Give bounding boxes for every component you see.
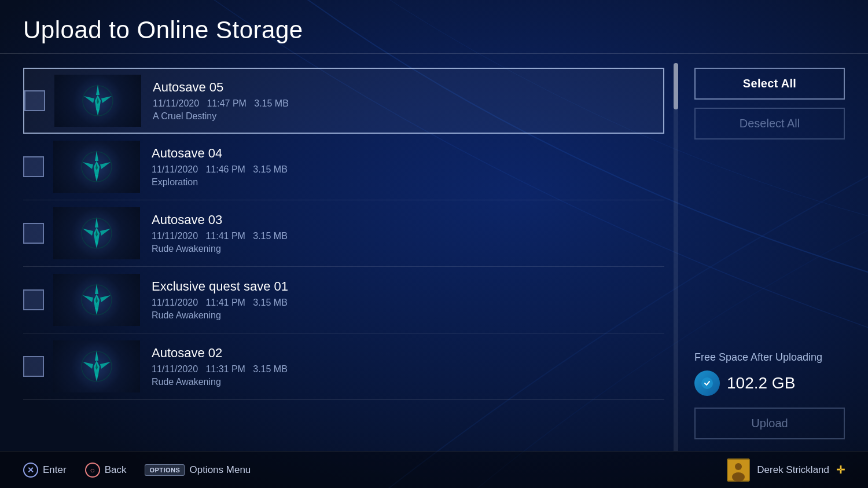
select-all-button[interactable]: Select All	[694, 68, 845, 100]
right-sidebar: Select All Deselect All Free Space After…	[683, 63, 868, 451]
user-section: Derek Strickland ✛	[727, 458, 845, 482]
svg-marker-9	[83, 162, 93, 169]
free-space-value-row: 102.2 GB	[694, 370, 845, 396]
save-list-item[interactable]: Autosave 03 11/11/2020 11:41 PM 3.15 MB …	[23, 200, 664, 267]
svg-marker-19	[95, 241, 98, 248]
options-control: OPTIONS Options Menu	[145, 464, 251, 476]
svg-point-36	[701, 377, 713, 389]
ps-plus-icon: ✛	[836, 464, 845, 476]
save-name: Autosave 02	[152, 346, 655, 361]
save-subtitle: A Cruel Destiny	[153, 111, 655, 122]
bottom-bar: ✕ Enter ○ Back OPTIONS Options Menu	[0, 451, 868, 488]
svg-marker-3	[101, 96, 112, 103]
save-checkbox[interactable]	[23, 156, 44, 177]
save-subtitle: Exploration	[152, 177, 655, 188]
svg-marker-5	[96, 109, 100, 116]
scroll-track[interactable]	[674, 63, 678, 451]
save-name: Exclusive quest save 01	[152, 279, 655, 294]
page-header: Upload to Online Storage	[0, 0, 868, 54]
enter-control: ✕ Enter	[23, 463, 67, 478]
svg-point-39	[735, 463, 742, 470]
svg-marker-12	[95, 175, 98, 182]
svg-marker-17	[100, 229, 111, 236]
svg-marker-30	[83, 362, 93, 369]
save-list-item[interactable]: Autosave 02 11/11/2020 11:31 PM 3.15 MB …	[23, 333, 664, 400]
save-info: Autosave 03 11/11/2020 11:41 PM 3.15 MB …	[152, 212, 655, 254]
save-name: Autosave 04	[152, 146, 655, 161]
deselect-all-button[interactable]: Deselect All	[694, 108, 845, 140]
back-label: Back	[105, 464, 127, 476]
save-checkbox[interactable]	[23, 223, 44, 244]
user-name: Derek Strickland	[757, 464, 829, 476]
save-subtitle: Rude Awakening	[152, 377, 655, 387]
options-button-icon: OPTIONS	[145, 464, 185, 476]
bottom-controls: ✕ Enter ○ Back OPTIONS Options Menu	[23, 463, 727, 478]
back-control: ○ Back	[85, 463, 127, 478]
save-info: Autosave 02 11/11/2020 11:31 PM 3.15 MB …	[152, 346, 655, 387]
svg-marker-10	[100, 162, 111, 169]
x-button-icon: ✕	[23, 463, 38, 478]
svg-marker-2	[84, 96, 94, 103]
save-list-item[interactable]: Autosave 05 11/11/2020 11:47 PM 3.15 MB …	[23, 68, 664, 134]
free-space-section: Free Space After Uploading 102.2 GB	[694, 351, 845, 396]
save-info: Autosave 05 11/11/2020 11:47 PM 3.15 MB …	[153, 80, 655, 122]
save-info: Exclusive quest save 01 11/11/2020 11:41…	[152, 279, 655, 321]
main-content: Autosave 05 11/11/2020 11:47 PM 3.15 MB …	[0, 54, 868, 451]
free-space-label: Free Space After Uploading	[694, 351, 845, 364]
enter-label: Enter	[43, 464, 67, 476]
save-subtitle: Rude Awakening	[152, 310, 655, 321]
o-button-icon: ○	[85, 463, 100, 478]
page-title: Upload to Online Storage	[23, 16, 845, 44]
save-checkbox[interactable]	[24, 90, 45, 111]
save-meta: 11/11/2020 11:41 PM 3.15 MB	[152, 231, 655, 241]
save-name: Autosave 05	[153, 80, 655, 95]
save-thumbnail	[53, 141, 140, 193]
save-thumbnail	[54, 75, 141, 127]
save-thumbnail	[53, 340, 140, 392]
user-avatar	[727, 458, 750, 482]
svg-marker-26	[95, 308, 98, 315]
save-meta: 11/11/2020 11:31 PM 3.15 MB	[152, 364, 655, 375]
save-list-area: Autosave 05 11/11/2020 11:47 PM 3.15 MB …	[0, 63, 669, 451]
upload-button[interactable]: Upload	[694, 408, 845, 439]
save-meta: 11/11/2020 11:41 PM 3.15 MB	[152, 298, 655, 308]
save-meta: 11/11/2020 11:46 PM 3.15 MB	[152, 164, 655, 175]
options-menu-label: Options Menu	[189, 464, 251, 476]
svg-marker-24	[100, 295, 111, 302]
save-list: Autosave 05 11/11/2020 11:47 PM 3.15 MB …	[23, 68, 669, 446]
save-thumbnail	[53, 207, 140, 259]
save-thumbnail	[53, 274, 140, 326]
svg-marker-31	[100, 362, 111, 369]
save-subtitle: Rude Awakening	[152, 244, 655, 254]
save-meta: 11/11/2020 11:47 PM 3.15 MB	[153, 98, 655, 109]
save-checkbox[interactable]	[23, 356, 44, 377]
svg-marker-33	[95, 375, 98, 381]
save-checkbox[interactable]	[23, 289, 44, 310]
scroll-thumb[interactable]	[674, 63, 678, 109]
save-list-item[interactable]: Exclusive quest save 01 11/11/2020 11:41…	[23, 267, 664, 333]
svg-marker-23	[83, 295, 93, 302]
storage-icon	[694, 370, 720, 396]
save-list-item[interactable]: Autosave 04 11/11/2020 11:46 PM 3.15 MB …	[23, 134, 664, 200]
save-info: Autosave 04 11/11/2020 11:46 PM 3.15 MB …	[152, 146, 655, 188]
svg-marker-16	[83, 229, 93, 236]
save-name: Autosave 03	[152, 212, 655, 228]
free-space-gb: 102.2 GB	[727, 374, 795, 392]
svg-point-40	[732, 472, 745, 482]
